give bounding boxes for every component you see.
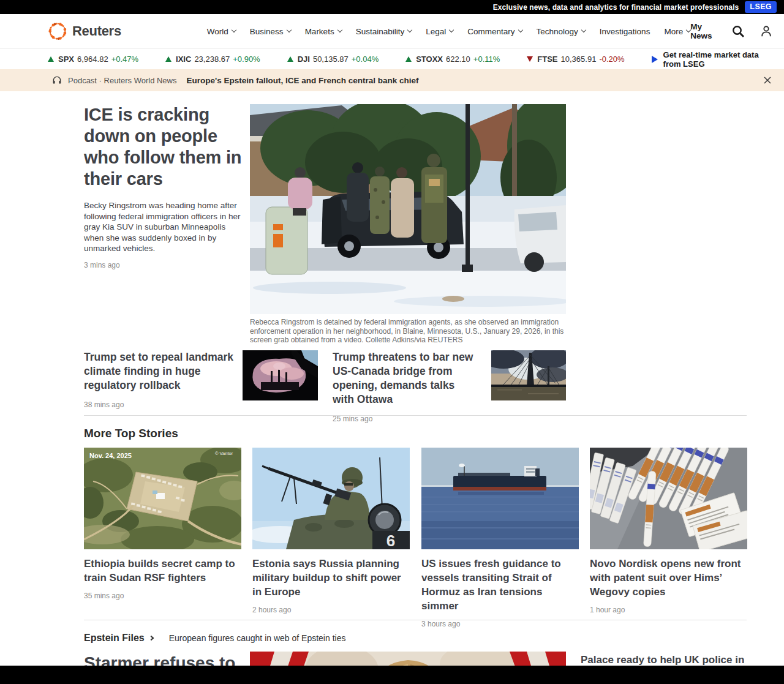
story-card-estonia: 6 Estonia says Russia planning military … xyxy=(252,448,410,615)
wegovy-pens-image[interactable] xyxy=(590,448,747,549)
secondary-story-bridge: Trump threatens to bar new US-Canada bri… xyxy=(333,350,478,424)
story-timestamp: 25 mins ago xyxy=(333,415,372,423)
hero-headline[interactable]: ICE is cracking down on people who follo… xyxy=(84,104,246,190)
search-button[interactable] xyxy=(731,24,745,38)
play-triangle-icon xyxy=(652,56,658,63)
story-timestamp: 38 mins ago xyxy=(84,400,124,409)
headphones-icon xyxy=(51,75,62,86)
bridge-sunset-image xyxy=(491,350,566,400)
satellite-date-label: Nov. 24, 2025 xyxy=(89,452,132,459)
nav-sustainability[interactable]: Sustainability xyxy=(356,27,412,36)
header-actions: My News xyxy=(690,22,773,40)
story-headline[interactable]: Novo Nordisk opens new front with patent… xyxy=(590,557,747,599)
secondary-story-climate-thumbnail[interactable] xyxy=(243,350,318,400)
ticker-ftse[interactable]: FTSE 10,365.91 -0.20% xyxy=(527,54,624,64)
reuters-logo[interactable]: Reuters xyxy=(48,21,121,41)
story-timestamp: 1 hour ago xyxy=(590,606,625,614)
ice-detention-scene-image xyxy=(250,104,566,314)
story-headline[interactable]: Trump threatens to bar new US-Canada bri… xyxy=(333,350,478,407)
chevron-down-icon xyxy=(449,28,454,32)
down-triangle-icon xyxy=(527,56,533,62)
story-timestamp: 2 hours ago xyxy=(252,606,291,614)
story-headline[interactable]: Trump set to repeal landmark climate fin… xyxy=(84,350,237,393)
site-header: Reuters World Business Markets Sustainab… xyxy=(0,14,784,49)
podcast-banner: Podcast · Reuters World News Europe's Ep… xyxy=(0,69,784,91)
bottom-black-bar xyxy=(0,666,784,684)
reuters-logo-text: Reuters xyxy=(72,23,121,39)
reuters-logo-icon xyxy=(48,21,67,41)
lseg-badge[interactable]: LSEG xyxy=(745,1,777,13)
top-banner: Exclusive news, data and analytics for f… xyxy=(0,0,784,14)
person-icon xyxy=(760,24,773,38)
close-icon xyxy=(763,76,772,85)
more-top-stories-heading: More Top Stories xyxy=(84,427,178,440)
ticker-spx[interactable]: SPX 6,964.82 +0.47% xyxy=(48,54,138,64)
my-news-link[interactable]: My News xyxy=(690,22,717,40)
story-card-novo-nordisk: Novo Nordisk opens new front with patent… xyxy=(590,448,747,615)
satellite-camp-image[interactable]: Nov. 24, 2025 © Vantor xyxy=(84,448,241,549)
up-triangle-icon xyxy=(165,56,172,62)
top-banner-text: Exclusive news, data and analytics for f… xyxy=(493,3,739,12)
nav-investigations[interactable]: Investigations xyxy=(600,27,650,36)
ticker-ixic[interactable]: IXIC 23,238.67 +0.90% xyxy=(165,54,260,64)
tanker-ship-image[interactable] xyxy=(421,448,579,549)
story-card-hormuz: US issues fresh guidance to vessels tran… xyxy=(421,448,579,629)
ticker-stoxx[interactable]: STOXX 622.10 +0.11% xyxy=(405,54,500,64)
section-divider xyxy=(84,620,747,620)
tanker-image-svg xyxy=(421,448,579,549)
epstein-files-heading[interactable]: Epstein Files xyxy=(84,633,145,644)
podcast-episode-link[interactable]: Europe's Epstein fallout, ICE and French… xyxy=(187,76,419,85)
hero-caption: Rebecca Ringstrom is detained by federal… xyxy=(250,318,566,345)
pens-image-svg xyxy=(590,448,747,549)
story-card-ethiopia: Nov. 24, 2025 © Vantor Ethiopia builds s… xyxy=(84,448,241,601)
ticker-dji[interactable]: DJI 50,135.87 +0.04% xyxy=(287,54,379,64)
lseg-market-data-link[interactable]: Get real-time market data from LSEG xyxy=(652,50,775,69)
chevron-right-icon xyxy=(148,636,153,641)
podcast-label: Podcast · Reuters World News xyxy=(68,76,177,85)
search-icon xyxy=(731,24,745,38)
secondary-story-bridge-thumbnail[interactable] xyxy=(491,350,566,400)
chevron-down-icon xyxy=(518,28,522,32)
nav-commentary[interactable]: Commentary xyxy=(467,27,522,36)
chevron-down-icon xyxy=(286,28,291,32)
story-headline[interactable]: Estonia says Russia planning military bu… xyxy=(252,557,410,599)
vehicle-number-label: 6 xyxy=(386,532,395,549)
nav-legal[interactable]: Legal xyxy=(426,27,453,36)
story-timestamp: 35 mins ago xyxy=(84,592,124,600)
epstein-files-section-header: Epstein Files European figures caught in… xyxy=(84,633,345,644)
section-divider xyxy=(84,415,747,416)
up-triangle-icon xyxy=(287,56,293,62)
nav-business[interactable]: Business xyxy=(250,27,291,36)
chevron-down-icon xyxy=(337,28,342,32)
story-headline[interactable]: Ethiopia builds secret camp to train Sud… xyxy=(84,557,241,585)
satellite-credit-label: © Vantor xyxy=(215,451,233,456)
hero-timestamp: 3 mins ago xyxy=(84,261,246,269)
up-triangle-icon xyxy=(405,56,412,62)
refinery-dusk-image xyxy=(243,350,318,400)
nav-world[interactable]: World xyxy=(207,27,236,36)
market-ticker: SPX 6,964.82 +0.47% IXIC 23,238.67 +0.90… xyxy=(0,49,784,69)
story-headline[interactable]: US issues fresh guidance to vessels tran… xyxy=(421,557,579,613)
chevron-down-icon xyxy=(407,28,412,32)
nav-more[interactable]: More xyxy=(664,27,690,36)
reuters-homepage: Exclusive news, data and analytics for f… xyxy=(0,0,784,684)
main-nav: World Business Markets Sustainability Le… xyxy=(207,27,690,36)
hero-story: ICE is cracking down on people who follo… xyxy=(84,104,246,269)
hero-image[interactable] xyxy=(250,104,566,314)
secondary-story-climate: Trump set to repeal landmark climate fin… xyxy=(84,350,237,410)
up-triangle-icon xyxy=(48,56,54,62)
nav-technology[interactable]: Technology xyxy=(537,27,586,36)
nav-markets[interactable]: Markets xyxy=(305,27,342,36)
chevron-down-icon xyxy=(581,28,586,32)
satellite-image-svg: Nov. 24, 2025 © Vantor xyxy=(84,448,241,549)
soldier-image-svg: 6 xyxy=(252,448,410,549)
epstein-files-link[interactable]: European figures caught in web of Epstei… xyxy=(169,633,346,643)
soldier-turret-image[interactable]: 6 xyxy=(252,448,410,549)
podcast-close-button[interactable] xyxy=(761,73,774,87)
story-timestamp: 3 hours ago xyxy=(421,620,460,628)
account-button[interactable] xyxy=(760,24,773,38)
chevron-down-icon xyxy=(232,28,236,32)
hero-summary: Becky Ringstrom was heading home after f… xyxy=(84,200,246,254)
